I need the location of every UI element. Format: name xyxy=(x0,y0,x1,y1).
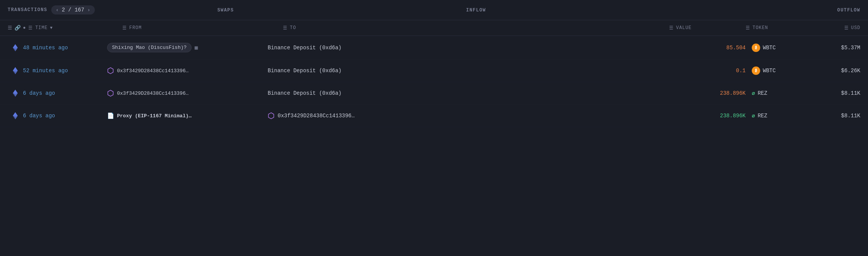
to-address-label: Binance Deposit (0xd6a) xyxy=(268,90,341,96)
table-row: 48 minutes ago Shixing Mao (DiscusFish)?… xyxy=(0,36,868,60)
next-page-button[interactable]: › xyxy=(87,7,90,13)
filter-from-icon: ☰ xyxy=(122,25,127,31)
transaction-usd: $8.11K xyxy=(807,113,860,119)
usd-filter-cell[interactable]: ☰ USD xyxy=(807,25,860,31)
document-icon: 📄 xyxy=(107,112,114,119)
rez-token-icon: ∅ xyxy=(752,90,755,97)
to-address-label: Binance Deposit (0xd6a) xyxy=(268,45,341,51)
time-sort-arrow[interactable]: ▼ xyxy=(50,26,53,30)
token-name: WBTC xyxy=(763,45,776,51)
from-address-text[interactable]: 0x3f3429D28438Cc1413396… xyxy=(117,91,189,96)
table-row: 6 days ago 0x3f3429D28438Cc1413396… Bina… xyxy=(0,82,868,105)
transaction-time[interactable]: 48 minutes ago xyxy=(23,45,107,51)
chain-icon-cell xyxy=(8,66,23,75)
transaction-usd: $8.11K xyxy=(807,90,860,96)
token-name: REZ xyxy=(757,90,767,96)
transaction-token: ₿ WBTC xyxy=(746,66,807,75)
transaction-to: Binance Deposit (0xd6a) xyxy=(268,68,451,74)
row-icons-cell: ☰ 🔗 xyxy=(8,25,23,31)
transaction-to: Binance Deposit (0xd6a) xyxy=(268,45,451,51)
prev-page-button[interactable]: ‹ xyxy=(56,7,59,13)
ethereum-icon xyxy=(11,44,20,52)
table-row: 52 minutes ago 0x3f3429D28438Cc1413396… … xyxy=(0,60,868,82)
main-header: TRANSACTIONS ‹ 2 / 167 › SWAPS INFLOW OU… xyxy=(0,0,868,20)
svg-marker-22 xyxy=(268,113,274,119)
chain-icon-cell xyxy=(8,44,23,52)
transaction-time[interactable]: 6 days ago xyxy=(23,90,107,96)
transaction-value: 85.504 xyxy=(669,45,746,51)
transaction-from: 0x3f3429D28438Cc1413396… xyxy=(107,67,268,74)
to-address-label: Binance Deposit (0xd6a) xyxy=(268,68,341,74)
hex-icon xyxy=(268,112,275,119)
filter-time-icon: ☰ xyxy=(28,25,33,31)
swaps-label: SWAPS xyxy=(217,8,234,13)
from-column-label: FROM xyxy=(129,25,142,31)
time-filter-cell[interactable]: ● ☰ TIME ▼ xyxy=(23,25,122,31)
swaps-column-header: SWAPS xyxy=(168,7,283,13)
table-row: 6 days ago 📄 Proxy (EIP-1167 Minimal)… 0… xyxy=(0,105,868,127)
ethereum-icon xyxy=(11,66,20,75)
transactions-column-header: TRANSACTIONS ‹ 2 / 167 › xyxy=(8,5,168,15)
from-filter-cell[interactable]: ☰ FROM xyxy=(122,25,283,31)
hex-icon xyxy=(107,90,114,97)
outflow-column-header: OUTFLOW xyxy=(669,7,860,13)
pagination-nav[interactable]: ‹ 2 / 167 › xyxy=(51,5,95,15)
transaction-time[interactable]: 6 days ago xyxy=(23,113,107,119)
transaction-to: 0x3f3429D28438Cc1413396… xyxy=(268,112,451,119)
transaction-from: 0x3f3429D28438Cc1413396… xyxy=(107,90,268,97)
to-address-label: 0x3f3429D28438Cc1413396… xyxy=(278,113,355,119)
transaction-token: ∅ REZ xyxy=(746,113,807,119)
chain-icon-cell xyxy=(8,112,23,120)
transaction-value: 0.1 xyxy=(669,68,746,74)
from-address-badge[interactable]: Shixing Mao (DiscusFish)? xyxy=(107,43,192,52)
token-name: WBTC xyxy=(763,68,776,74)
filter-token-icon: ☰ xyxy=(746,25,750,31)
wbtc-token-icon: ₿ xyxy=(752,66,760,75)
transactions-table: TRANSACTIONS ‹ 2 / 167 › SWAPS INFLOW OU… xyxy=(0,0,868,127)
transaction-value: 238.896K xyxy=(669,90,746,96)
inflow-label: INFLOW xyxy=(466,8,486,13)
contract-address-icon xyxy=(107,90,114,97)
filter-usd-icon: ☰ xyxy=(844,25,849,31)
transactions-label: TRANSACTIONS xyxy=(8,7,47,13)
rez-token-icon: ∅ xyxy=(752,113,755,119)
value-column-label: VALUE xyxy=(676,25,692,31)
time-column-label: TIME xyxy=(35,25,48,31)
hex-icon xyxy=(107,67,114,74)
transaction-value: 238.896K xyxy=(669,113,746,119)
inflow-column-header: INFLOW xyxy=(283,7,669,13)
link-icon[interactable]: 🔗 xyxy=(15,25,21,31)
value-filter-cell[interactable]: ☰ VALUE xyxy=(669,25,746,31)
clock-filter-icon: ● xyxy=(23,25,26,31)
copy-address-button[interactable]: ▦ xyxy=(195,44,198,51)
filter-to-icon: ☰ xyxy=(283,25,288,31)
transaction-from: 📄 Proxy (EIP-1167 Minimal)… xyxy=(107,112,268,119)
transaction-from: Shixing Mao (DiscusFish)? ▦ xyxy=(107,43,268,52)
filter-value-icon: ☰ xyxy=(669,25,674,31)
from-address-text[interactable]: 0x3f3429D28438Cc1413396… xyxy=(117,68,189,74)
filter-all-icon[interactable]: ☰ xyxy=(8,25,12,31)
contract-address-icon xyxy=(107,67,114,74)
outflow-label: OUTFLOW xyxy=(837,8,861,13)
token-column-label: TOKEN xyxy=(753,25,768,31)
wbtc-token-icon: ₿ xyxy=(752,44,760,52)
transaction-usd: $5.37M xyxy=(807,45,860,51)
ethereum-icon xyxy=(11,89,20,97)
usd-column-label: USD xyxy=(851,25,860,31)
transaction-token: ∅ REZ xyxy=(746,90,807,97)
svg-marker-16 xyxy=(108,90,113,96)
token-filter-cell[interactable]: ☰ TOKEN xyxy=(746,25,807,31)
chain-icon-cell xyxy=(8,89,23,97)
token-name: REZ xyxy=(757,113,767,119)
transaction-usd: $6.26K xyxy=(807,68,860,74)
transaction-token: ₿ WBTC xyxy=(746,44,807,52)
contract-to-icon xyxy=(268,112,275,119)
page-info: 2 / 167 xyxy=(62,7,85,13)
transaction-time[interactable]: 52 minutes ago xyxy=(23,68,107,74)
filter-row: ☰ 🔗 ● ☰ TIME ▼ ☰ FROM ☰ TO ☰ VALUE ☰ TOK… xyxy=(0,20,868,36)
ethereum-icon xyxy=(11,112,20,120)
to-column-label: TO xyxy=(290,25,296,31)
to-filter-cell[interactable]: ☰ TO xyxy=(283,25,467,31)
from-address-text[interactable]: Proxy (EIP-1167 Minimal)… xyxy=(117,113,192,119)
svg-marker-10 xyxy=(108,68,113,74)
